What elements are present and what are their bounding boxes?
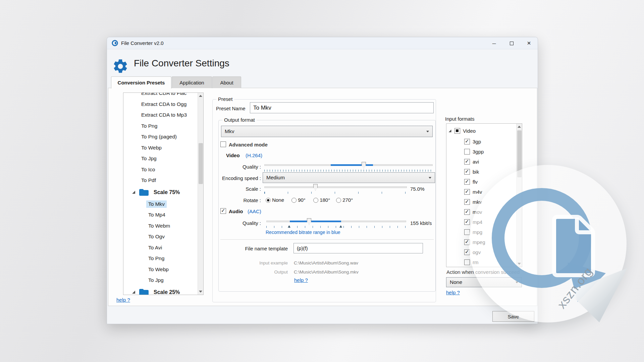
format-row[interactable]: avi: [464, 157, 479, 167]
tab-label: Conversion Presets: [118, 80, 165, 85]
format-root-row[interactable]: Video: [448, 126, 476, 136]
input-formats-tree[interactable]: Video 3gp 3gpp avi bik flv m4v mkv mov m…: [446, 123, 522, 267]
format-root-label: Video: [463, 128, 476, 134]
format-checkbox[interactable]: [464, 169, 470, 175]
format-row[interactable]: mpg: [464, 227, 482, 237]
audio-checkbox[interactable]: [220, 208, 226, 214]
encoding-speed-select[interactable]: Medium: [263, 172, 435, 183]
advanced-mode-checkbox[interactable]: [220, 141, 226, 147]
preset-item[interactable]: To Ogv: [123, 231, 198, 242]
rotate-option-none[interactable]: None: [266, 197, 284, 203]
format-root-checkbox[interactable]: [454, 128, 460, 134]
encoding-speed-value: Medium: [266, 175, 285, 181]
format-checkbox[interactable]: [464, 139, 470, 144]
format-checkbox[interactable]: [464, 189, 470, 195]
preset-item[interactable]: To Webp: [123, 142, 198, 154]
preset-folder[interactable]: Scale 25%: [123, 286, 198, 295]
scroll-down-icon[interactable]: [518, 263, 521, 265]
radio-icon[interactable]: [291, 198, 297, 203]
minimize-button[interactable]: ─: [485, 37, 503, 49]
radio-icon[interactable]: [266, 198, 271, 203]
expander-icon[interactable]: [448, 129, 451, 132]
rotate-option-180[interactable]: 180°: [313, 197, 330, 203]
preset-item[interactable]: Extract CDA to Flac: [123, 93, 198, 99]
format-checkbox[interactable]: [464, 239, 470, 245]
format-row[interactable]: rm: [464, 257, 479, 267]
action-select[interactable]: None: [446, 277, 522, 287]
slider-thumb[interactable]: [362, 162, 366, 169]
format-row[interactable]: 3gp: [464, 136, 481, 146]
input-formats-title: Input formats: [445, 116, 475, 122]
scroll-up-icon[interactable]: [518, 126, 521, 128]
audio-quality-slider[interactable]: [266, 218, 406, 225]
preset-item[interactable]: To Avi: [123, 242, 198, 253]
radio-icon[interactable]: [336, 198, 341, 203]
save-button[interactable]: Save: [492, 311, 534, 322]
format-row[interactable]: 3gpp: [464, 146, 484, 157]
format-row[interactable]: ogv: [464, 247, 481, 257]
preset-item[interactable]: Extract CDA to Mp3: [123, 110, 198, 121]
expander-icon[interactable]: [132, 191, 135, 194]
format-row[interactable]: mov: [464, 207, 482, 217]
format-checkbox[interactable]: [464, 179, 470, 185]
filename-template-input[interactable]: [293, 243, 423, 253]
format-row[interactable]: m4v: [464, 187, 482, 197]
preset-name-input[interactable]: [250, 102, 434, 113]
format-label: flv: [473, 179, 478, 185]
format-checkbox[interactable]: [464, 229, 470, 235]
action-help-link[interactable]: help ?: [446, 290, 460, 295]
tab-label: Application: [179, 80, 204, 85]
tab-conversion-presets[interactable]: Conversion Presets: [111, 76, 171, 88]
format-checkbox[interactable]: [464, 209, 470, 215]
slider-track[interactable]: [264, 186, 407, 188]
preset-item[interactable]: Extract CDA to Ogg: [123, 99, 198, 110]
scale-slider[interactable]: [264, 184, 407, 191]
slider-thumb[interactable]: [313, 184, 318, 191]
preset-item[interactable]: To Jpg: [123, 153, 198, 164]
preset-item[interactable]: To Mkv: [123, 199, 198, 210]
preset-list[interactable]: Extract CDA to Flac Extract CDA to Ogg E…: [123, 93, 204, 295]
slider-thumb[interactable]: [307, 218, 311, 225]
tab-about[interactable]: About: [212, 76, 241, 88]
format-row[interactable]: mkv: [464, 197, 482, 207]
preset-item[interactable]: To Png (paged): [123, 131, 198, 142]
format-row[interactable]: bik: [464, 167, 479, 177]
expander-icon[interactable]: [132, 291, 135, 294]
scroll-down-icon[interactable]: [199, 291, 202, 293]
preset-item[interactable]: To Png: [123, 253, 198, 264]
format-checkbox[interactable]: [464, 159, 470, 165]
scrollbar-thumb[interactable]: [517, 130, 522, 177]
preset-list-scrollbar[interactable]: [198, 93, 203, 295]
preset-folder[interactable]: Scale 75%: [123, 186, 198, 199]
maximize-button[interactable]: [503, 37, 520, 49]
preset-item[interactable]: To Mp4: [123, 209, 198, 221]
rotate-option-90[interactable]: 90°: [291, 197, 306, 203]
preset-item[interactable]: To Webp: [123, 264, 198, 275]
format-checkbox[interactable]: [464, 199, 470, 205]
preset-item-label: To Jpg: [146, 277, 166, 284]
format-row[interactable]: flv: [464, 177, 478, 187]
format-row[interactable]: mp4: [464, 217, 482, 227]
format-checkbox[interactable]: [464, 249, 470, 255]
template-help-link[interactable]: help ?: [294, 277, 308, 283]
format-checkbox[interactable]: [464, 149, 470, 155]
radio-icon[interactable]: [313, 198, 318, 203]
scroll-up-icon[interactable]: [199, 95, 202, 97]
chevron-down-icon: [516, 282, 518, 283]
video-quality-slider[interactable]: [264, 162, 433, 169]
format-row[interactable]: mpeg: [464, 237, 485, 247]
formats-scrollbar[interactable]: [516, 124, 522, 267]
preset-item[interactable]: To Jpg: [123, 275, 198, 286]
preset-item[interactable]: To Png: [123, 121, 198, 132]
rotate-option-270[interactable]: 270°: [336, 197, 353, 203]
preset-item[interactable]: To Webm: [123, 221, 198, 232]
presets-help-link[interactable]: help ?: [116, 297, 130, 303]
close-button[interactable]: ✕: [520, 37, 538, 49]
scrollbar-thumb[interactable]: [199, 143, 203, 184]
tab-application[interactable]: Application: [172, 76, 212, 88]
preset-item[interactable]: To Pdf: [123, 175, 198, 186]
format-checkbox[interactable]: [464, 219, 470, 225]
output-format-select[interactable]: Mkv: [221, 126, 433, 137]
format-checkbox[interactable]: [464, 259, 470, 265]
preset-item[interactable]: To Ico: [123, 164, 198, 175]
